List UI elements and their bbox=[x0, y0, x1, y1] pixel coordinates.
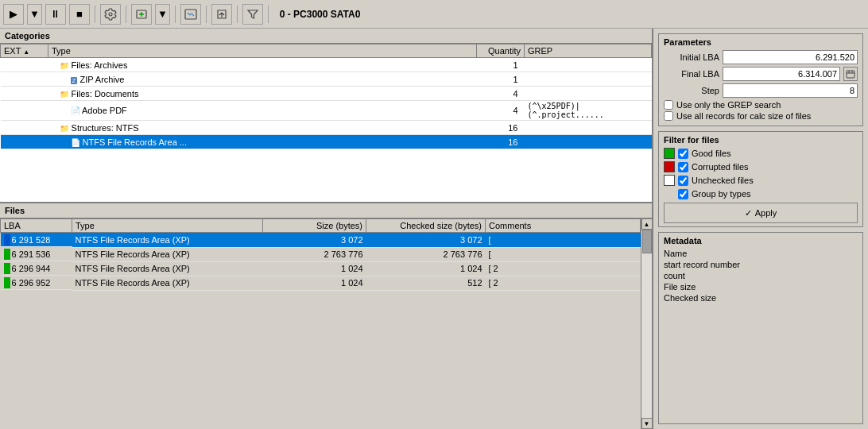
type-cell: NTFS File Records Area (XP) bbox=[72, 276, 263, 290]
metadata-item: count bbox=[664, 271, 858, 280]
metadata-items-container: start record numbercountFile sizeChecked… bbox=[664, 260, 858, 303]
grep-cell bbox=[525, 87, 652, 101]
step-row: Step bbox=[664, 83, 858, 98]
good-files-checkbox[interactable] bbox=[678, 149, 688, 159]
corrupted-files-color bbox=[664, 161, 675, 172]
corrupted-files-checkbox[interactable] bbox=[678, 162, 688, 172]
corrupted-files-row: Corrupted files bbox=[664, 161, 858, 172]
play-button[interactable]: ▶ bbox=[3, 4, 24, 25]
col-quantity[interactable]: Quantity bbox=[477, 44, 525, 58]
categories-table-container[interactable]: EXT ▲ Type Quantity GREP 📁 Files: Archiv… bbox=[0, 44, 652, 202]
stop-button[interactable]: ■ bbox=[69, 4, 90, 25]
table-row[interactable]: 📁 Files: Documents 4 bbox=[1, 87, 652, 101]
table-row[interactable]: 6 291 528 NTFS File Records Area (XP) 3 … bbox=[1, 233, 641, 248]
separator5 bbox=[237, 6, 238, 23]
qty-cell: 1 bbox=[477, 58, 525, 72]
status-indicator bbox=[4, 277, 10, 288]
col-ext[interactable]: EXT ▲ bbox=[1, 44, 48, 58]
final-lba-row: Final LBA bbox=[664, 67, 858, 81]
table-row[interactable]: 📁 Structures: NTFS 16 bbox=[1, 121, 652, 135]
allrecords-checkbox[interactable] bbox=[664, 111, 673, 121]
metadata-section: Metadata Name start record numbercountFi… bbox=[658, 232, 863, 424]
grep-checkbox[interactable] bbox=[664, 100, 673, 110]
final-lba-icon[interactable] bbox=[843, 67, 858, 81]
type-cell: 📁 Structures: NTFS bbox=[48, 121, 477, 135]
table-row[interactable]: 6 296 952 NTFS File Records Area (XP) 1 … bbox=[1, 276, 641, 290]
toolbar: ▶ ▼ ⏸ ■ ▼ 0 - PC3000 SATA0 bbox=[0, 0, 868, 29]
size-cell: 1 024 bbox=[263, 261, 366, 276]
final-lba-input[interactable] bbox=[723, 67, 840, 81]
col-type[interactable]: Type bbox=[48, 44, 477, 58]
lba-cell: 6 296 952 bbox=[1, 276, 72, 290]
svg-rect-3 bbox=[847, 71, 854, 78]
scroll-up-arrow[interactable]: ▲ bbox=[641, 218, 653, 230]
type-cell: 📁 Files: Archives bbox=[48, 58, 477, 72]
parameters-title: Parameters bbox=[664, 37, 858, 47]
table-row[interactable]: Z ZIP Archive 1 bbox=[1, 72, 652, 87]
ext-cell bbox=[1, 58, 48, 72]
right-panel: Parameters Initial LBA Final LBA Step Us… bbox=[653, 29, 868, 429]
files-scrollbar: ▲ ▼ bbox=[641, 218, 652, 429]
unchecked-files-checkbox[interactable] bbox=[678, 176, 688, 186]
ext-cell bbox=[1, 87, 48, 101]
ext-cell bbox=[1, 121, 48, 135]
scroll-thumb[interactable] bbox=[642, 230, 652, 253]
grep-label: Use only the GREP search bbox=[676, 100, 781, 110]
toolbar-title: 0 - PC3000 SATA0 bbox=[280, 9, 361, 20]
scan-button[interactable] bbox=[131, 4, 152, 25]
step-input[interactable] bbox=[723, 83, 858, 98]
table-row[interactable]: 6 296 944 NTFS File Records Area (XP) 1 … bbox=[1, 261, 641, 276]
checked-size-cell: 2 763 776 bbox=[366, 247, 486, 261]
export-button[interactable] bbox=[211, 4, 232, 25]
separator6 bbox=[268, 6, 269, 23]
scroll-down-arrow[interactable]: ▼ bbox=[641, 418, 653, 429]
group-by-types-checkbox[interactable] bbox=[678, 189, 688, 199]
ext-cell bbox=[1, 72, 48, 87]
qty-cell: 4 bbox=[477, 101, 525, 121]
files-scroll-wrapper: LBA Type Size (bytes) Checked size (byte… bbox=[0, 218, 652, 429]
type-cell: 📄 NTFS File Records Area ... bbox=[48, 135, 477, 149]
files-col-type[interactable]: Type bbox=[72, 219, 263, 233]
good-files-row: Good files bbox=[664, 148, 858, 159]
metadata-item: File size bbox=[664, 282, 858, 292]
pause-button[interactable]: ⏸ bbox=[45, 4, 66, 25]
settings-button[interactable] bbox=[100, 4, 121, 25]
col-grep[interactable]: GREP bbox=[525, 44, 652, 58]
table-row[interactable]: 📄 Adobe PDF 4 (^\x25PDF)|(^.project.....… bbox=[1, 101, 652, 121]
files-col-comments[interactable]: Comments bbox=[486, 219, 641, 233]
categories-section: Categories EXT ▲ Type Quantity GREP 📁 Fi… bbox=[0, 29, 652, 203]
apply-button[interactable]: ✓ Apply bbox=[664, 203, 858, 223]
scroll-track[interactable] bbox=[641, 230, 652, 418]
type-cell: NTFS File Records Area (XP) bbox=[72, 247, 263, 261]
preview-button[interactable] bbox=[180, 4, 201, 25]
comments-cell: [ bbox=[486, 247, 641, 261]
filter-button[interactable] bbox=[242, 4, 263, 25]
play-dropdown-button[interactable]: ▼ bbox=[27, 4, 42, 25]
ext-cell bbox=[1, 135, 48, 149]
files-scroll-inner[interactable]: LBA Type Size (bytes) Checked size (byte… bbox=[0, 218, 641, 429]
type-cell: Z ZIP Archive bbox=[48, 72, 477, 87]
unchecked-files-color bbox=[664, 175, 675, 186]
comments-cell: [ 2 bbox=[486, 261, 641, 276]
apply-checkmark-icon: ✓ bbox=[745, 208, 752, 218]
files-col-size[interactable]: Size (bytes) bbox=[263, 219, 366, 233]
files-section: Files LBA Type Size (bytes) Checked size… bbox=[0, 203, 652, 429]
separator4 bbox=[206, 6, 207, 23]
files-col-lba[interactable]: LBA bbox=[1, 219, 72, 233]
separator3 bbox=[175, 6, 176, 23]
files-col-checked[interactable]: Checked size (bytes) bbox=[366, 219, 486, 233]
unchecked-files-row: Unchecked files bbox=[664, 175, 858, 186]
filter-group: Filter for files Good files Corrupted fi… bbox=[658, 131, 863, 227]
initial-lba-input[interactable] bbox=[723, 50, 858, 64]
table-row[interactable]: 6 291 536 NTFS File Records Area (XP) 2 … bbox=[1, 247, 641, 261]
table-row[interactable]: 📁 Files: Archives 1 bbox=[1, 58, 652, 72]
group-by-types-label: Group by types bbox=[692, 189, 751, 199]
table-row[interactable]: 📄 NTFS File Records Area ... 16 bbox=[1, 135, 652, 149]
lba-cell: 6 291 536 bbox=[1, 247, 72, 261]
separator1 bbox=[95, 6, 95, 23]
qty-cell: 1 bbox=[477, 72, 525, 87]
scan-dropdown-button[interactable]: ▼ bbox=[155, 4, 170, 25]
svg-point-0 bbox=[109, 13, 112, 16]
qty-cell: 4 bbox=[477, 87, 525, 101]
qty-cell: 16 bbox=[477, 135, 525, 149]
